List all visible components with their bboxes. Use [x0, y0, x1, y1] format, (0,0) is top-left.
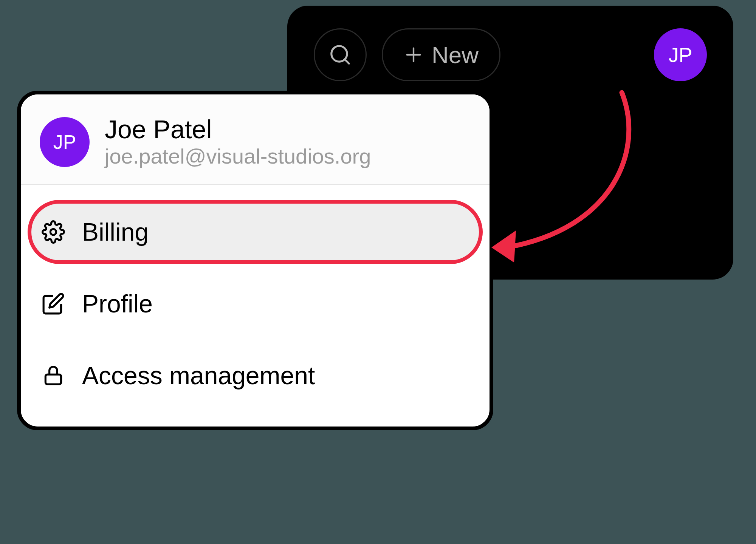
- menu-item-profile[interactable]: Profile: [21, 268, 490, 340]
- menu-item-label: Access management: [82, 361, 315, 390]
- new-button[interactable]: New: [382, 28, 500, 81]
- avatar-button[interactable]: JP: [654, 28, 707, 81]
- avatar: JP: [40, 117, 90, 167]
- svg-point-4: [50, 229, 56, 235]
- search-button[interactable]: [314, 28, 367, 81]
- menu-item-access-management[interactable]: Access management: [21, 340, 490, 411]
- user-email: joe.patel@visual-studios.org: [105, 144, 371, 169]
- menu-item-label: Profile: [82, 289, 153, 318]
- edit-icon: [42, 292, 65, 315]
- plus-icon: [404, 45, 423, 65]
- svg-line-1: [345, 59, 349, 63]
- new-button-label: New: [432, 42, 479, 68]
- user-menu-popover: JP Joe Patel joe.patel@visual-studios.or…: [17, 91, 493, 430]
- avatar-initials: JP: [53, 131, 76, 153]
- user-name: Joe Patel: [105, 115, 371, 144]
- user-info: Joe Patel joe.patel@visual-studios.org: [105, 115, 371, 169]
- menu-item-label: Billing: [82, 218, 149, 246]
- menu-list: Billing Profile Access management: [21, 185, 490, 427]
- avatar-initials: JP: [668, 43, 692, 66]
- user-menu-header: JP Joe Patel joe.patel@visual-studios.or…: [21, 94, 490, 185]
- svg-rect-5: [45, 374, 61, 384]
- search-icon: [328, 43, 352, 66]
- gear-icon: [42, 220, 65, 244]
- menu-item-billing[interactable]: Billing: [21, 196, 490, 268]
- lock-icon: [42, 364, 65, 387]
